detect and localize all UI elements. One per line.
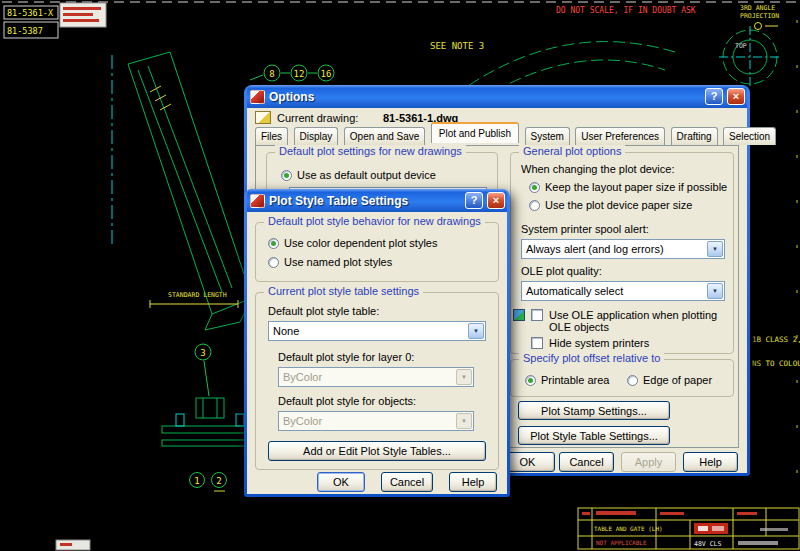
plot-style-behavior-group-title: Default plot style behavior for new draw… [264, 215, 485, 227]
plot-offset-group-title: Specify plot offset relative to [519, 352, 664, 364]
see-note-label: SEE NOTE 3 [430, 41, 484, 51]
combo-value: Always alert (and log errors) [526, 243, 664, 255]
radio-label: Use named plot styles [284, 256, 392, 268]
default-plot-style-table-combo[interactable]: None ▼ [268, 321, 486, 341]
drawing-ref-top: 81-5361-X [7, 8, 54, 18]
current-plot-style-group-title: Current plot style table settings [264, 285, 423, 297]
projection-symbol [755, 23, 762, 30]
ole-quality-combo[interactable]: Automatically select ▼ [521, 281, 725, 301]
plot-style-dialog-title: Plot Style Table Settings [269, 194, 461, 208]
balloon-16: 16 [321, 69, 332, 79]
options-tab-strip: Files Display Open and Save Plot and Pub… [255, 122, 777, 145]
radio-label: Edge of paper [643, 374, 712, 386]
plot-style-ok-button[interactable]: OK [317, 472, 365, 492]
radio-dot [627, 375, 638, 386]
tab-display[interactable]: Display [294, 127, 339, 145]
options-help-titlebar-button[interactable]: ? [705, 88, 723, 105]
tab-selection[interactable]: Selection [723, 127, 776, 145]
edge-note-colour: NS TO COLOUR [752, 359, 800, 368]
spool-alert-combo[interactable]: Always alert (and log errors) ▼ [521, 239, 725, 259]
radio-dot [525, 375, 536, 386]
standard-length-label: STANDARD LENGTH [168, 291, 227, 299]
plot-offset-group: Specify plot offset relative to Printabl… [510, 359, 734, 397]
plot-style-dialog-titlebar[interactable]: Plot Style Table Settings ? × [247, 189, 507, 212]
tab-system[interactable]: System [525, 127, 570, 145]
plot-style-help-titlebar-button[interactable]: ? [465, 192, 483, 209]
radio-printable-area[interactable]: Printable area [525, 374, 610, 386]
titleblock-microtext [738, 541, 778, 545]
options-dialog-titlebar[interactable]: Options ? × [247, 85, 747, 108]
titleblock-microtext [582, 512, 590, 515]
default-plot-settings-group-title: Default plot settings for new drawings [275, 145, 466, 157]
plot-style-help-button[interactable]: Help [449, 472, 497, 492]
bracket-outline [128, 52, 252, 314]
checkbox-use-ole-application[interactable]: Use OLE application when plotting OLE ob… [531, 309, 725, 333]
options-close-button[interactable]: × [727, 88, 745, 105]
dropdown-arrow-icon: ▼ [456, 413, 472, 429]
radio-use-plot-device-paper-size[interactable]: Use the plot device paper size [529, 199, 692, 211]
balloon-leader [250, 75, 263, 80]
options-cancel-button[interactable]: Cancel [559, 452, 614, 472]
tab-open-and-save[interactable]: Open and Save [344, 127, 426, 145]
radio-use-named-plot-styles[interactable]: Use named plot styles [268, 256, 392, 268]
radio-dot [529, 182, 540, 193]
dropdown-arrow-icon[interactable]: ▼ [468, 323, 484, 339]
plot-style-cancel-button[interactable]: Cancel [381, 472, 433, 492]
tab-plot-and-publish[interactable]: Plot and Publish [431, 122, 519, 143]
plot-style-close-button[interactable]: × [487, 192, 505, 209]
titleblock-not-applicable: NOT APPLICABLE [596, 539, 647, 546]
ole-icon [513, 309, 525, 321]
tab-user-preferences[interactable]: User Preferences [575, 127, 665, 145]
current-plot-style-group: Current plot style table settings Defaul… [255, 292, 499, 470]
post [176, 414, 184, 426]
radio-use-default-output-device[interactable]: Use as default output device [281, 169, 436, 181]
options-help-button[interactable]: Help [683, 452, 738, 472]
radio-dot [529, 200, 540, 211]
radio-use-color-dependent-plot-styles[interactable]: Use color dependent plot styles [268, 237, 437, 249]
plot-style-table-settings-dialog: Plot Style Table Settings ? × Default pl… [244, 189, 510, 497]
titleblock-microtext [737, 512, 757, 515]
tab-files[interactable]: Files [255, 127, 288, 145]
dropdown-arrow-icon[interactable]: ▼ [707, 241, 723, 257]
when-changing-label: When changing the plot device: [521, 163, 675, 175]
plot-style-behavior-group: Default plot style behavior for new draw… [255, 222, 499, 282]
checkbox-box [531, 309, 543, 321]
combo-value: ByColor [283, 371, 322, 383]
add-edit-plot-style-tables-button[interactable]: Add or Edit Plot Style Tables... [268, 441, 486, 461]
general-plot-options-group-title: General plot options [519, 145, 625, 157]
combo-value: Automatically select [526, 285, 623, 297]
default-plot-style-table-label: Default plot style table: [268, 305, 379, 317]
do-not-scale-note: DO NOT SCALE, IF IN DOUBT ASK [556, 6, 696, 15]
ole-quality-label: OLE plot quality: [521, 265, 602, 277]
bottom-left-stamp-text [60, 543, 72, 546]
logo-mark [712, 526, 724, 531]
bracket-detail [196, 398, 224, 418]
general-plot-options-group: General plot options When changing the p… [510, 152, 734, 354]
bracket-edge [138, 70, 222, 292]
stamp-text-line [63, 7, 101, 10]
radio-dot [268, 238, 279, 249]
radio-edge-of-paper[interactable]: Edge of paper [627, 374, 712, 386]
plot-style-dialog-body: Default plot style behavior for new draw… [247, 212, 507, 494]
dropdown-arrow-icon[interactable]: ▼ [707, 283, 723, 299]
default-style-objects-label: Default plot style for objects: [278, 395, 416, 407]
hatch-line [160, 104, 171, 110]
top-view-label: TOP [735, 42, 747, 50]
radio-label: Keep the layout paper size if possible [545, 181, 727, 193]
balloon-3: 3 [200, 348, 205, 358]
radio-label: Use as default output device [297, 169, 436, 181]
edge-note-class: 1B CLASS 2, [752, 335, 800, 344]
plot-style-table-settings-button[interactable]: Plot Style Table Settings... [518, 426, 670, 445]
radio-keep-layout-paper-size[interactable]: Keep the layout paper size if possible [529, 181, 727, 193]
balloon-12: 12 [294, 69, 305, 79]
default-style-layer0-combo: ByColor ▼ [278, 367, 474, 387]
balloon-1: 1 [194, 476, 199, 486]
titleblock-title: TABLE AND GATE (LH) [594, 525, 663, 532]
plot-stamp-settings-button[interactable]: Plot Stamp Settings... [518, 401, 670, 420]
rail-bottom [162, 440, 256, 446]
tab-drafting[interactable]: Drafting [671, 127, 718, 145]
autocad-screen: 81-5361-X 81-5387 DO NOT SCALE, IF IN DO… [0, 0, 800, 551]
projection-note-line2: PROJECTION [740, 12, 779, 20]
radio-label: Printable area [541, 374, 610, 386]
checkbox-hide-system-printers[interactable]: Hide system printers [531, 337, 649, 349]
